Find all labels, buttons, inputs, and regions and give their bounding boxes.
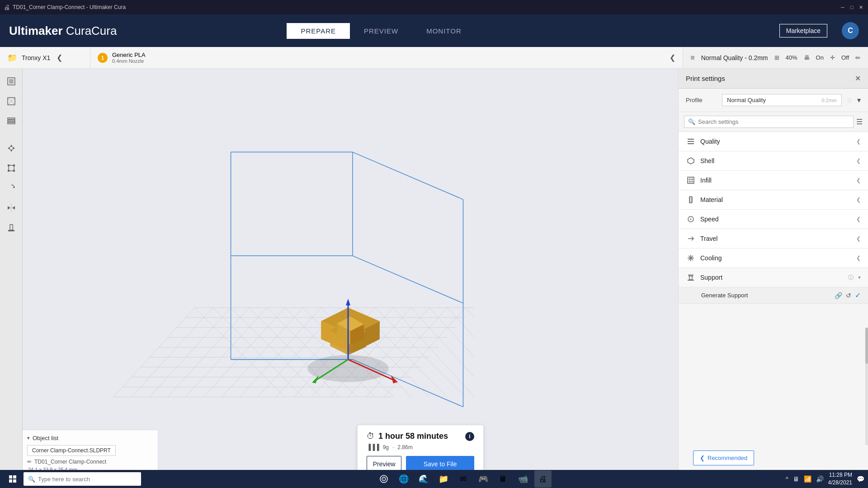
profile-chevron-icon[interactable]: ▾ [857, 96, 861, 104]
settings-edit-button[interactable]: ✏ [855, 54, 861, 61]
tool-mirror[interactable] [3, 200, 19, 216]
taskbar-cura[interactable]: 🖨 [534, 470, 552, 488]
quality-label: Quality [700, 138, 852, 145]
taskbar-time[interactable]: 11:28 PM 4/28/2021 [828, 471, 852, 487]
titlebar: 🖨 TD01_Corner Clamp-Connect - Ultimaker … [0, 0, 868, 14]
tool-rotate[interactable] [3, 180, 19, 196]
file-info: ✏ TD01_Corner Clamp-Connect [27, 459, 153, 465]
panel-title: Print settings [686, 75, 725, 82]
support-info-icon[interactable]: ⓘ [848, 274, 854, 282]
svg-rect-95 [688, 139, 694, 140]
time-estimate: 1 hour 58 minutes [378, 432, 448, 441]
svg-point-122 [383, 479, 384, 479]
shell-setting-icon [686, 156, 696, 166]
time-header: ⏱ 1 hour 58 minutes i [367, 432, 474, 441]
quality-setting-icon [686, 136, 696, 146]
taskbar-chevron-icon[interactable]: ^ [786, 476, 788, 482]
start-button[interactable] [4, 470, 22, 488]
taskbar-calculator[interactable]: 🖩 [495, 470, 512, 488]
tool-layers-view[interactable] [3, 113, 19, 129]
setting-quality[interactable]: Quality ❮ [679, 132, 868, 151]
printer-section: 📁 Tronxy X1 ❮ [0, 47, 90, 68]
folder-icon[interactable]: 📁 [7, 53, 17, 63]
taskbar-search[interactable]: 🔍 [24, 472, 141, 486]
material-section: 1 Generic PLA 0.4mm Nozzle ❮ [90, 47, 683, 68]
setting-material[interactable]: Material ❮ [679, 190, 868, 210]
travel-label: Travel [700, 235, 852, 242]
taskbar-volume-icon[interactable]: 🔊 [816, 475, 824, 483]
setting-speed[interactable]: Speed ❮ [679, 210, 868, 229]
printer-chevron-icon[interactable]: ❮ [57, 53, 62, 62]
taskbar-edge[interactable]: 🌊 [415, 470, 432, 488]
panel-close-button[interactable]: ✕ [855, 74, 861, 83]
generate-support-label: Generate Support [701, 292, 748, 299]
tab-monitor[interactable]: MONITOR [412, 23, 476, 39]
travel-setting-icon [686, 234, 696, 244]
infill-setting-icon [686, 175, 696, 185]
tool-solid-view[interactable] [3, 73, 19, 89]
setting-support[interactable]: Support ⓘ ▾ [679, 268, 868, 287]
svg-marker-20 [12, 206, 15, 210]
svg-marker-10 [8, 147, 10, 150]
infill-label: Infill [700, 177, 852, 184]
file-icon: ✏ [27, 459, 32, 465]
setting-shell[interactable]: Shell ❮ [679, 151, 868, 171]
profile-star-icon[interactable]: ☆ [846, 96, 853, 104]
time-info-button[interactable]: i [465, 432, 474, 441]
svg-marker-19 [8, 206, 10, 210]
svg-rect-104 [690, 197, 692, 203]
navbar: Ultimaker CuraCura PREPARE PREVIEW MONIT… [0, 14, 868, 47]
taskbar-zoom[interactable]: 📹 [514, 470, 532, 488]
tool-xray-view[interactable] [3, 93, 19, 109]
svg-marker-9 [10, 150, 13, 152]
marketplace-button[interactable]: Marketplace [779, 24, 827, 38]
main-area: ▾ Object list Corner Clamp-Connect.SLDPR… [0, 69, 868, 488]
viewport[interactable]: ▾ Object list Corner Clamp-Connect.SLDPR… [23, 69, 678, 488]
tool-support[interactable] [3, 220, 19, 236]
tool-scale[interactable] [3, 160, 19, 176]
taskbar-search-input[interactable] [38, 476, 137, 483]
search-input[interactable] [698, 118, 849, 125]
taskbar-mail[interactable]: ✉ [455, 470, 472, 488]
cooling-setting-icon [686, 253, 696, 263]
svg-rect-96 [688, 141, 694, 142]
svg-rect-1 [9, 79, 14, 84]
recommended-button[interactable]: ❮ Recommended [693, 450, 754, 465]
infill-chevron-icon: ❮ [856, 177, 861, 183]
taskbar-task-view[interactable] [375, 470, 392, 488]
material-chevron-icon[interactable]: ❮ [670, 53, 675, 62]
search-icon: 🔍 [688, 118, 695, 125]
material-chevron-icon: ❮ [856, 197, 861, 203]
support-chevron-icon: ▾ [858, 274, 861, 281]
support-confirm-button[interactable]: ✓ [855, 291, 861, 300]
tab-prepare[interactable]: PREPARE [287, 23, 350, 39]
tool-move[interactable] [3, 140, 19, 156]
setting-travel[interactable]: Travel ❮ [679, 229, 868, 249]
support-sub-actions: 🔗 ↺ ✓ [835, 291, 861, 300]
support-link-icon[interactable]: 🔗 [835, 292, 842, 299]
svg-marker-98 [688, 158, 694, 164]
settings-list: Quality ❮ Shell ❮ Infill ❮ [679, 132, 868, 445]
taskbar-explorer[interactable]: 📁 [435, 470, 452, 488]
user-avatar[interactable]: C [842, 22, 859, 39]
taskbar-chrome[interactable]: 🌐 [395, 470, 412, 488]
material-nozzle: 0.4mm Nozzle [112, 58, 146, 64]
setting-cooling[interactable]: Cooling ❮ [679, 249, 868, 268]
maximize-button[interactable]: □ [848, 4, 855, 11]
profile-select-dim: 0.2mm [821, 98, 837, 103]
svg-rect-116 [9, 475, 12, 479]
close-button[interactable]: ✕ [857, 4, 864, 11]
minimize-button[interactable]: ─ [839, 4, 846, 11]
setting-infill[interactable]: Infill ❮ [679, 171, 868, 190]
hamburger-menu-button[interactable]: ☰ [856, 117, 863, 126]
svg-rect-13 [8, 164, 9, 166]
taskbar-game[interactable]: 🎮 [475, 470, 492, 488]
profile-select[interactable]: Normal Quality 0.2mm [722, 94, 842, 106]
object-list-header[interactable]: ▾ Object list [27, 435, 153, 441]
toolbar: 📁 Tronxy X1 ❮ 1 Generic PLA 0.4mm Nozzle… [0, 47, 868, 69]
taskbar-notification-button[interactable]: 💬 [857, 475, 864, 483]
app-icon: 🖨 [4, 4, 10, 11]
tab-preview[interactable]: PREVIEW [350, 23, 412, 39]
support-undo-icon[interactable]: ↺ [846, 292, 851, 299]
infill-icon: ⊞ [774, 54, 779, 61]
